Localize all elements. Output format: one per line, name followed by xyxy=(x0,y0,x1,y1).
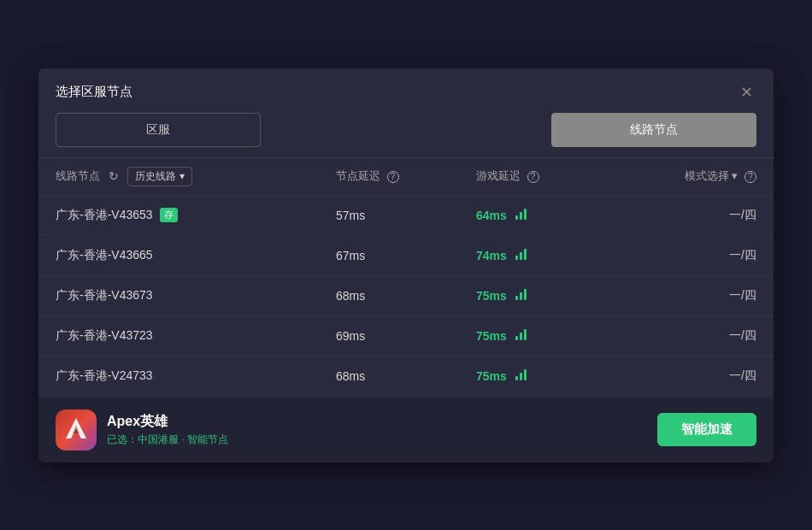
game-latency-cell: 75ms xyxy=(476,288,616,303)
latency-cell: 68ms xyxy=(336,289,476,303)
main-dialog: 选择区服节点 ✕ 区服 线路节点 线路节点 ↻ 历史线路 ▾ 节点延迟 ? 游戏… xyxy=(38,68,774,462)
latency-cell: 67ms xyxy=(336,249,476,262)
tab-region[interactable]: 区服 xyxy=(56,113,261,147)
signal-icon xyxy=(515,248,527,260)
mode-cell[interactable]: 一/四 xyxy=(616,368,756,384)
signal-icon xyxy=(515,368,527,380)
dialog-title: 选择区服节点 xyxy=(56,84,132,100)
tab-bar: 区服 线路节点 xyxy=(38,113,774,157)
signal-icon xyxy=(515,288,527,300)
node-name-label: 广东-香港-V24733 xyxy=(56,368,153,384)
app-info: Apex英雄 已选：中国港服 · 智能节点 xyxy=(56,409,228,450)
accelerate-button[interactable]: 智能加速 xyxy=(657,413,756,446)
table-body: 广东-香港-V43653 存 57ms 64ms 一/四 广东-香港-V4366… xyxy=(38,195,774,396)
close-button[interactable]: ✕ xyxy=(736,82,756,103)
chevron-down-icon: ▾ xyxy=(179,170,185,182)
game-latency-cell: 75ms xyxy=(476,368,616,383)
node-name-label: 广东-香港-V43723 xyxy=(56,328,153,344)
tab-spacer xyxy=(261,113,551,147)
table-row[interactable]: 广东-香港-V43665 67ms 74ms 一/四 xyxy=(38,235,774,275)
table-row[interactable]: 广东-香港-V24733 68ms 75ms 一/四 xyxy=(38,356,774,396)
signal-icon xyxy=(515,328,527,340)
mode-chevron-icon: ▾ xyxy=(732,169,738,182)
app-selected: 已选：中国港服 · 智能节点 xyxy=(107,433,228,447)
latency-cell: 69ms xyxy=(336,329,476,343)
game-latency-cell: 74ms xyxy=(476,248,616,262)
refresh-icon[interactable]: ↻ xyxy=(107,169,121,183)
col-header-game-latency: 游戏延迟 ? xyxy=(476,168,616,184)
col-header-node: 线路节点 ↻ 历史线路 ▾ xyxy=(56,167,336,186)
node-name-label: 广东-香港-V43673 xyxy=(56,288,153,303)
save-badge: 存 xyxy=(160,208,178,222)
mode-cell[interactable]: 一/四 xyxy=(616,328,756,344)
history-btn-label: 历史线路 xyxy=(135,169,176,184)
dialog-header: 选择区服节点 ✕ xyxy=(38,68,774,113)
mode-cell[interactable]: 一/四 xyxy=(616,248,756,263)
node-name-cell: 广东-香港-V43723 xyxy=(56,328,336,344)
game-latency-info-icon[interactable]: ? xyxy=(527,171,539,183)
table-row[interactable]: 广东-香港-V43673 68ms 75ms 一/四 xyxy=(38,275,774,315)
node-name-cell: 广东-香港-V43673 xyxy=(56,288,336,303)
game-latency-cell: 64ms xyxy=(476,208,616,222)
col-header-mode: 模式选择 ▾ ? xyxy=(616,168,756,184)
node-name-cell: 广东-香港-V24733 xyxy=(56,368,336,384)
node-name-cell: 广东-香港-V43653 存 xyxy=(56,208,336,223)
latency-info-icon[interactable]: ? xyxy=(387,171,399,183)
tab-node[interactable]: 线路节点 xyxy=(551,113,756,147)
history-btn[interactable]: 历史线路 ▾ xyxy=(127,167,192,186)
mode-info-icon[interactable]: ? xyxy=(744,171,756,183)
col-node-label: 线路节点 xyxy=(56,168,100,184)
apex-logo-icon xyxy=(62,416,90,444)
table-header: 线路节点 ↻ 历史线路 ▾ 节点延迟 ? 游戏延迟 ? 模式选择 ▾ ? xyxy=(38,158,774,195)
game-latency-cell: 75ms xyxy=(476,328,616,343)
signal-icon xyxy=(515,208,527,220)
latency-cell: 57ms xyxy=(336,209,476,222)
node-name-label: 广东-香港-V43653 xyxy=(56,208,153,223)
app-icon xyxy=(56,409,97,450)
table-row[interactable]: 广东-香港-V43653 存 57ms 64ms 一/四 xyxy=(38,195,774,235)
latency-cell: 68ms xyxy=(336,369,476,383)
app-name: Apex英雄 xyxy=(107,413,228,431)
node-name-label: 广东-香港-V43665 xyxy=(56,248,153,263)
mode-cell[interactable]: 一/四 xyxy=(616,208,756,223)
table-row[interactable]: 广东-香港-V43723 69ms 75ms 一/四 xyxy=(38,315,774,356)
col-header-latency: 节点延迟 ? xyxy=(336,168,476,184)
mode-cell[interactable]: 一/四 xyxy=(616,288,756,303)
bottom-bar: Apex英雄 已选：中国港服 · 智能节点 智能加速 xyxy=(38,398,774,462)
app-name-block: Apex英雄 已选：中国港服 · 智能节点 xyxy=(107,413,228,447)
node-name-cell: 广东-香港-V43665 xyxy=(56,248,336,263)
